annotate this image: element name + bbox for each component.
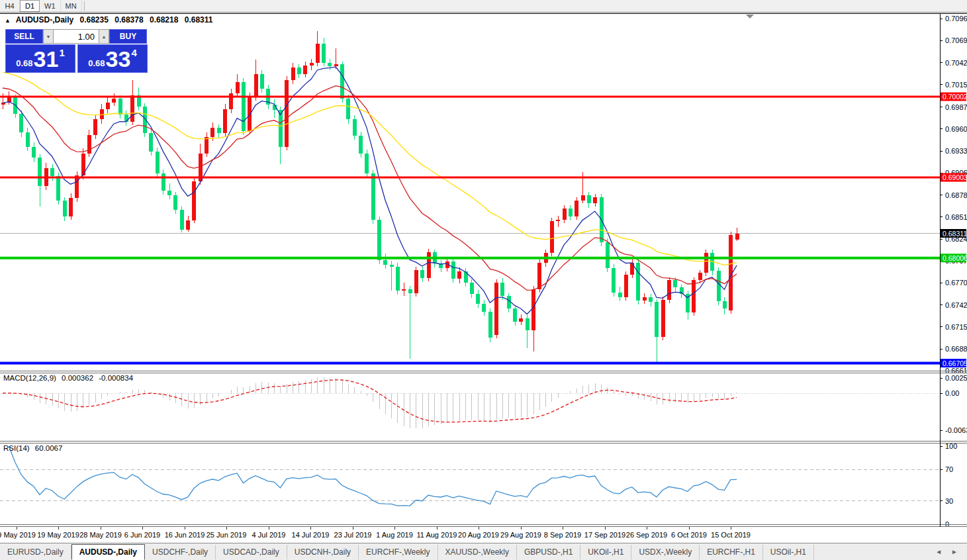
buy-price-pip: 4 [131,47,136,58]
sell-price-pip: 1 [59,47,64,58]
svg-text:0.70420: 0.70420 [945,59,967,67]
svg-text:15 Oct 2019: 15 Oct 2019 [711,531,751,539]
candlestick-series [1,31,739,363]
macd-indicator-label: MACD(12,26,9) 0.000362 -0.000834 [3,374,136,382]
sell-price-button[interactable]: 0.68 31 1 [5,44,75,73]
chart-tab-audusd-daily[interactable]: AUDUSD-,Daily [71,544,145,560]
volume-input[interactable] [54,29,99,44]
svg-text:0.68006: 0.68006 [943,254,967,262]
symbol-collapse-icon: ▲ [5,17,11,24]
chart-tab-usdx-weekly[interactable]: USDX-,Weekly [631,545,700,559]
macd-signal-line [3,380,737,422]
svg-text:11 Aug 2019: 11 Aug 2019 [417,531,457,539]
rsi-value: 60.0067 [35,444,63,452]
rsi-line [9,446,737,506]
ma-line-18 [3,86,737,291]
buy-price-base: 0.68 [88,58,105,68]
svg-text:6 Jun 2019: 6 Jun 2019 [124,531,160,539]
tab-scroll-arrows: ◄► [935,548,958,555]
buy-price-button[interactable]: 0.68 33 4 [77,44,148,73]
svg-text:1 Aug 2019: 1 Aug 2019 [376,531,413,539]
rsi-name: RSI(14) [3,444,30,452]
volume-decrease-button[interactable]: ▼ [43,29,54,44]
svg-text:14 Jul 2019: 14 Jul 2019 [292,531,330,539]
svg-text:17 Sep 2019: 17 Sep 2019 [584,531,625,539]
svg-text:9 May 2019: 9 May 2019 [0,531,36,539]
svg-text:0.69605: 0.69605 [945,125,967,133]
horizontal-level-lines [0,96,940,365]
rsi-indicator-label: RSI(14) 60.0067 [3,444,66,452]
symbol-ohlc-header: ▲ AUDUSD-,Daily 0.68235 0.68378 0.68218 … [5,15,216,24]
svg-text:0.70150: 0.70150 [945,81,967,89]
timeframe-toolbar: H4D1W1MN [0,0,967,13]
svg-text:0.68785: 0.68785 [945,191,967,199]
svg-text:0.70002: 0.70002 [943,93,967,101]
svg-text:8 Sep 2019: 8 Sep 2019 [544,531,581,539]
indicator-panels: 0.0025740.00-0.00632610070300 [0,374,967,528]
svg-text:23 Jul 2019: 23 Jul 2019 [334,531,372,539]
chart-tab-usdchf-daily[interactable]: USDCHF-,Daily [145,545,216,559]
ohlc-high: 0.68378 [115,15,143,24]
macd-name: MACD(12,26,9) [3,374,56,382]
one-click-trade-panel: SELL ▼ ▲ BUY 0.68 31 1 0.68 33 4 [5,29,148,73]
svg-text:0.70695: 0.70695 [945,36,967,44]
chart-tab-ukoil-h1[interactable]: UKOil-,H1 [580,545,631,559]
svg-text:0.66705: 0.66705 [943,359,967,367]
chart-tab-usdcnh-daily[interactable]: USDCNH-,Daily [287,545,359,559]
chart-tab-usdcad-daily[interactable]: USDCAD-,Daily [216,545,287,559]
level-line[interactable] [0,257,940,259]
ohlc-low: 0.68218 [150,15,178,24]
svg-text:0.67700: 0.67700 [945,279,967,287]
svg-text:0.69875: 0.69875 [945,103,967,111]
chart-tab-bar: EURUSD-,DailyAUDUSD-,DailyUSDCHF-,DailyU… [0,543,967,560]
toolbar-separator [84,1,85,11]
svg-text:0.68515: 0.68515 [945,213,967,221]
tab-scroll-left-icon[interactable]: ◄ [935,548,942,555]
level-line[interactable] [0,362,940,365]
svg-text:30: 30 [945,497,953,505]
ohlc-open: 0.68235 [80,15,109,24]
svg-text:0.69003: 0.69003 [943,173,967,181]
buy-button[interactable]: BUY [109,29,147,44]
chart-tab-usoil-h1[interactable]: USOil-,H1 [763,545,814,559]
chart-tab-gbpusd-h1[interactable]: GBPUSD-,H1 [517,545,580,559]
svg-text:20 Aug 2019: 20 Aug 2019 [458,531,499,539]
volume-increase-button[interactable]: ▲ [99,29,109,44]
level-line[interactable] [0,177,940,179]
svg-text:0.67425: 0.67425 [945,301,967,309]
macd-main-value: 0.000362 [62,374,93,382]
chart-tab-eurchf-weekly[interactable]: EURCHF-,Weekly [359,545,437,559]
svg-text:28 May 2019: 28 May 2019 [79,531,122,539]
svg-text:0.68311: 0.68311 [943,230,967,238]
chart-canvas[interactable]: 0.709650.706950.704200.701500.698750.696… [0,0,967,543]
chart-tab-eurusd-daily[interactable]: EURUSD-,Daily [0,545,71,559]
buy-price-big: 33 [106,46,131,72]
sell-price-big: 31 [34,46,59,72]
svg-text:26 Sep 2019: 26 Sep 2019 [626,531,667,539]
svg-text:100: 100 [945,442,957,450]
chart-shift-marker-icon[interactable] [746,15,754,19]
svg-text:-0.006326: -0.006326 [945,426,967,434]
svg-text:0.002574: 0.002574 [945,374,967,382]
svg-text:0.00: 0.00 [945,389,959,397]
svg-text:25 Jun 2019: 25 Jun 2019 [207,531,247,539]
svg-text:16 Jun 2019: 16 Jun 2019 [165,531,205,539]
svg-text:0.67155: 0.67155 [945,323,967,331]
chart-tab-eurchf-h1[interactable]: EURCHF-,H1 [700,545,763,559]
chart-tab-xauusd-weekly[interactable]: XAUUSD-,Weekly [438,545,517,559]
svg-text:6 Oct 2019: 6 Oct 2019 [671,531,707,539]
macd-signal-value: -0.000834 [99,374,133,382]
level-line[interactable] [0,96,940,98]
sell-button[interactable]: SELL [5,29,43,44]
time-axis: 9 May 201919 May 201928 May 20196 Jun 20… [0,527,751,539]
price-axis: 0.709650.706950.704200.701500.698750.696… [940,15,967,375]
svg-text:0.69330: 0.69330 [945,147,967,155]
ohlc-close: 0.68311 [185,15,213,24]
timeframe-button-mn[interactable]: MN [61,0,82,12]
timeframe-button-w1[interactable]: W1 [40,0,61,12]
timeframe-button-d1[interactable]: D1 [20,0,40,12]
tab-scroll-right-icon[interactable]: ► [951,548,958,555]
timeframe-button-h4[interactable]: H4 [0,0,20,12]
symbol-name: AUDUSD-,Daily [16,15,73,24]
panel-borders [0,13,967,527]
